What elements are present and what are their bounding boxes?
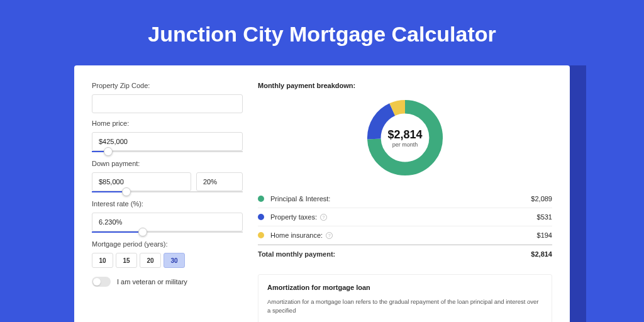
veteran-row: I am veteran or military [92,277,243,287]
period-30-button[interactable]: 30 [164,253,185,268]
breakdown-tax-value: $531 [537,213,552,221]
down-amount-input[interactable] [92,172,191,191]
donut-chart: $2,814 per month [364,97,446,179]
zip-field: Property Zip Code: [92,82,243,113]
page-title: Junction City Mortgage Calculator [0,0,644,65]
dot-icon [258,196,264,202]
period-field: Mortgage period (years): 10 15 20 30 [92,240,243,268]
down-label: Down payment: [92,160,243,167]
rate-input[interactable] [92,213,243,231]
rate-field: Interest rate (%): [92,200,243,234]
rate-slider[interactable] [92,230,243,234]
breakdown-tax-label: Property taxes:? [270,213,537,221]
inputs-panel: Property Zip Code: Home price: Down paym… [92,82,243,322]
period-15-button[interactable]: 15 [116,253,137,268]
period-10-button[interactable]: 10 [92,253,113,268]
breakdown-pi-value: $2,089 [531,195,552,203]
breakdown-row-tax: Property taxes:? $531 [258,208,552,226]
period-label: Mortgage period (years): [92,240,243,248]
amortization-section: Amortization for mortgage loan Amortizat… [258,274,552,322]
price-slider[interactable] [92,150,243,153]
breakdown-ins-label: Home insurance:? [270,231,537,239]
veteran-toggle[interactable] [92,277,111,287]
donut-chart-wrap: $2,814 per month [258,97,552,179]
decorative-strip [570,65,586,322]
breakdown-pi-label: Principal & Interest: [270,195,531,203]
info-icon[interactable]: ? [320,214,327,221]
veteran-toggle-knob [93,278,101,286]
dot-icon [258,214,264,220]
calculator-card: Property Zip Code: Home price: Down paym… [74,65,570,322]
down-slider-thumb[interactable] [122,187,131,196]
price-slider-thumb[interactable] [104,147,113,156]
down-slider[interactable] [92,190,243,194]
zip-label: Property Zip Code: [92,82,243,89]
rate-slider-thumb[interactable] [138,228,147,236]
price-label: Home price: [92,119,243,127]
breakdown-total-value: $2,814 [531,250,552,258]
donut-sub: per month [387,142,422,148]
breakdown-row-ins: Home insurance:? $194 [258,226,552,245]
amort-title: Amortization for mortgage loan [267,284,543,291]
info-icon[interactable]: ? [326,232,333,239]
breakdown-ins-value: $194 [537,231,552,239]
breakdown-row-total: Total monthly payment: $2,814 [258,245,552,263]
rate-label: Interest rate (%): [92,200,243,208]
down-pct-input[interactable] [196,172,243,191]
price-input[interactable] [92,132,243,151]
veteran-label: I am veteran or military [117,278,187,286]
breakdown-title: Monthly payment breakdown: [258,82,552,89]
donut-value: $2,814 [387,128,422,142]
breakdown-total-label: Total monthly payment: [258,250,531,258]
breakdown-row-pi: Principal & Interest: $2,089 [258,190,552,208]
period-buttons: 10 15 20 30 [92,253,243,268]
dot-icon [258,232,264,238]
donut-center: $2,814 per month [387,128,422,148]
price-field: Home price: [92,119,243,153]
period-20-button[interactable]: 20 [140,253,161,268]
breakdown-panel: Monthly payment breakdown: $2,814 per mo… [258,82,552,322]
down-field: Down payment: [92,160,243,194]
amort-text: Amortization for a mortgage loan refers … [267,297,543,316]
zip-input[interactable] [92,94,243,113]
